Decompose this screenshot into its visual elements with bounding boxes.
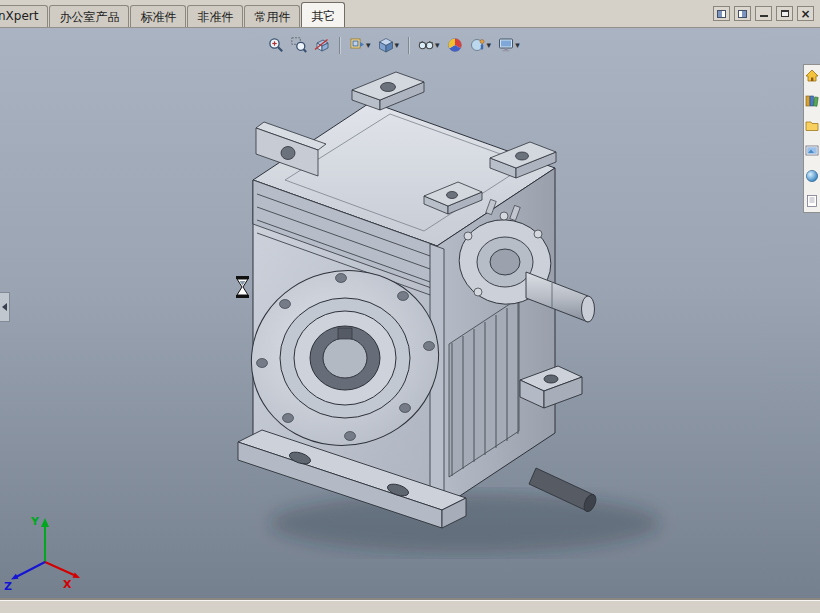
dropdown-arrow-icon: ▾ bbox=[487, 41, 492, 50]
task-pane-strip bbox=[803, 64, 820, 213]
zoom-fit-icon bbox=[268, 37, 284, 53]
document-properties-button[interactable] bbox=[805, 194, 819, 208]
dropdown-arrow-icon: ▾ bbox=[395, 41, 400, 50]
dock-left-button[interactable] bbox=[713, 6, 730, 21]
display-style-icon bbox=[378, 37, 394, 53]
dock-left-icon bbox=[717, 10, 726, 18]
zoom-to-area-button[interactable] bbox=[289, 36, 309, 54]
file-explorer-icon bbox=[805, 119, 819, 133]
restore-icon bbox=[781, 10, 789, 17]
tab-dimxpert[interactable]: nXpert bbox=[0, 5, 48, 27]
zoom-to-fit-button[interactable] bbox=[266, 36, 286, 54]
apply-scene-icon bbox=[470, 37, 486, 53]
display-style-button[interactable]: ▾ bbox=[376, 36, 402, 54]
resources-home-button[interactable] bbox=[805, 69, 819, 83]
tab-label: 标准件 bbox=[140, 10, 176, 24]
gearbox-3d-model[interactable]: Y X Z bbox=[0, 28, 820, 600]
orientation-triad: Y X Z bbox=[4, 515, 80, 593]
view-toolbar: ▾ ▾ ▾ ▾ ▾ bbox=[266, 32, 522, 58]
close-button[interactable]: × bbox=[797, 6, 814, 21]
dropdown-arrow-icon: ▾ bbox=[515, 41, 520, 50]
dock-right-icon bbox=[738, 10, 747, 18]
document-properties-icon bbox=[805, 194, 819, 208]
tab-label: 非准件 bbox=[197, 10, 233, 24]
view-orientation-icon bbox=[349, 37, 365, 53]
tab-nonstandard-parts[interactable]: 非准件 bbox=[187, 5, 243, 27]
view-palette-icon bbox=[805, 144, 819, 158]
minimize-icon bbox=[760, 10, 768, 17]
tab-common-parts[interactable]: 常用件 bbox=[244, 5, 300, 27]
triad-x-label: X bbox=[63, 578, 72, 591]
section-view-button[interactable] bbox=[312, 36, 332, 54]
edit-appearance-icon bbox=[447, 37, 463, 53]
minimize-button[interactable] bbox=[755, 6, 772, 21]
hide-show-items-button[interactable]: ▾ bbox=[416, 36, 442, 54]
triad-z-label: Z bbox=[4, 580, 12, 593]
toolbar-separator bbox=[339, 37, 340, 54]
dropdown-arrow-icon: ▾ bbox=[435, 41, 440, 50]
close-icon: × bbox=[800, 8, 810, 20]
section-view-icon bbox=[314, 37, 330, 53]
busy-cursor-icon bbox=[235, 276, 250, 302]
file-explorer-button[interactable] bbox=[805, 119, 819, 133]
view-palette-button[interactable] bbox=[805, 144, 819, 158]
home-icon bbox=[805, 69, 819, 83]
toolbar-separator bbox=[408, 37, 409, 54]
hide-show-items-icon bbox=[418, 37, 434, 53]
tab-other[interactable]: 其它 bbox=[301, 2, 345, 27]
zoom-area-icon bbox=[291, 37, 307, 53]
triad-y-label: Y bbox=[30, 515, 40, 528]
dock-right-button[interactable] bbox=[734, 6, 751, 21]
command-tab-bar: nXpert 办公室产品 标准件 非准件 常用件 其它 × bbox=[0, 0, 820, 28]
tab-label: nXpert bbox=[0, 9, 38, 23]
appearances-button[interactable] bbox=[805, 169, 819, 183]
design-library-button[interactable] bbox=[805, 94, 819, 108]
graphics-viewport[interactable]: Y X Z ▾ ▾ bbox=[0, 28, 820, 600]
tab-label: 常用件 bbox=[254, 10, 290, 24]
edit-appearance-button[interactable] bbox=[445, 36, 465, 54]
apply-scene-button[interactable]: ▾ bbox=[468, 36, 494, 54]
cad-app-window: nXpert 办公室产品 标准件 非准件 常用件 其它 × bbox=[0, 0, 820, 613]
tab-label: 办公室产品 bbox=[59, 10, 119, 24]
view-settings-button[interactable]: ▾ bbox=[496, 36, 522, 54]
dropdown-arrow-icon: ▾ bbox=[366, 41, 371, 50]
chevron-left-icon bbox=[2, 303, 7, 311]
tab-office-products[interactable]: 办公室产品 bbox=[49, 5, 129, 27]
view-settings-icon bbox=[498, 37, 514, 53]
design-library-icon bbox=[805, 94, 819, 108]
window-controls: × bbox=[713, 6, 820, 27]
restore-button[interactable] bbox=[776, 6, 793, 21]
panel-collapse-button[interactable] bbox=[0, 292, 10, 322]
status-bar bbox=[0, 600, 820, 613]
tab-standard-parts[interactable]: 标准件 bbox=[130, 5, 186, 27]
view-orientation-button[interactable]: ▾ bbox=[347, 36, 373, 54]
tab-label: 其它 bbox=[311, 9, 335, 23]
appearances-icon bbox=[805, 169, 819, 183]
